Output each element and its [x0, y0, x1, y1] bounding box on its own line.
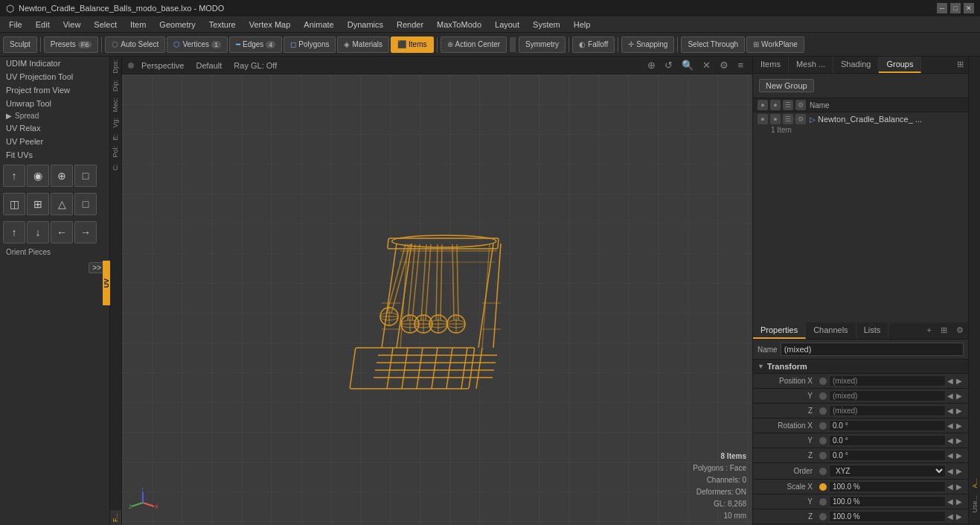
auto-select-button[interactable]: ⬡ Auto Select	[105, 36, 165, 53]
sculpt-button[interactable]: Sculpt	[3, 36, 37, 53]
tab-channels[interactable]: Channels	[806, 322, 856, 339]
menu-view[interactable]: View	[57, 19, 87, 31]
rstrip-tab-use[interactable]: Use...	[970, 492, 980, 516]
viewport-icon-select[interactable]: ⊕	[644, 60, 659, 71]
action-center-button[interactable]: ⊕ Action Center	[441, 36, 507, 53]
scale-y-input[interactable]	[829, 496, 946, 507]
tool-icon-2[interactable]: ◉	[27, 165, 49, 187]
rotation-y-input[interactable]	[829, 435, 946, 446]
menu-render[interactable]: Render	[391, 19, 429, 31]
spread-section[interactable]: ▶ Spread	[0, 110, 109, 121]
vtab-dps[interactable]: Dps:	[110, 57, 121, 77]
order-select[interactable]: XYZ	[829, 465, 946, 477]
position-z-input[interactable]	[829, 405, 946, 416]
position-x-dot[interactable]	[819, 378, 827, 385]
udim-indicator[interactable]: UDIM Indicator	[0, 57, 109, 70]
falloff-button[interactable]: ◐ Falloff	[572, 36, 615, 53]
item-render-icon[interactable]: ●	[770, 114, 781, 124]
menu-maxtomodo[interactable]: MaxToModo	[431, 19, 487, 31]
scale-z-right-arrow[interactable]: ▶	[955, 512, 964, 521]
rotation-z-right-arrow[interactable]: ▶	[955, 451, 964, 459]
icon-lock[interactable]: ☰	[783, 100, 793, 110]
item-visible-icon[interactable]: ●	[758, 114, 768, 124]
position-y-input[interactable]	[829, 390, 946, 401]
viewport-icon-zoom[interactable]: 🔍	[679, 60, 696, 71]
transform-section[interactable]: ▼ Transform	[753, 359, 968, 374]
viewport-icon-close[interactable]: ✕	[699, 60, 714, 71]
project-from-view[interactable]: Project from View	[0, 83, 109, 97]
icon-render[interactable]: ●	[770, 100, 781, 110]
tool-icon-9[interactable]: ↑	[3, 221, 25, 244]
icon-settings[interactable]: ⚙	[795, 100, 806, 110]
menu-geometry[interactable]: Geometry	[153, 19, 201, 31]
symmetry-button[interactable]: Symmetry	[519, 36, 566, 53]
menu-help[interactable]: Help	[568, 19, 597, 31]
rotation-y-left-arrow[interactable]: ◀	[946, 436, 955, 445]
rotation-x-right-arrow[interactable]: ▶	[955, 421, 964, 430]
order-right-arrow[interactable]: ▶	[955, 467, 964, 475]
scale-z-input[interactable]	[829, 511, 946, 522]
viewport-canvas[interactable]: 8 Items Polygons : Face Channels: 0 Defo…	[122, 74, 752, 525]
scale-z-dot[interactable]	[819, 513, 827, 521]
add-tab-button[interactable]: +	[923, 322, 936, 339]
items-button[interactable]: ⬛ Items	[391, 36, 433, 53]
fit-uvs[interactable]: Fit UVs	[0, 148, 109, 162]
menu-item[interactable]: Item	[124, 19, 152, 31]
item-lock-icon[interactable]: ☰	[783, 114, 793, 124]
settings-props-icon[interactable]: ⚙	[952, 322, 968, 339]
viewport-icon-settings[interactable]: ⚙	[717, 60, 731, 71]
menu-file[interactable]: File	[3, 19, 28, 31]
select-through-button[interactable]: Select Through	[681, 36, 745, 53]
vtab-dip[interactable]: Dip:	[110, 77, 121, 95]
menu-vertex-map[interactable]: Vertex Map	[243, 19, 297, 31]
uv-peeler[interactable]: UV Peeler	[0, 135, 109, 148]
scale-x-dot[interactable]	[819, 483, 827, 491]
edges-button[interactable]: ━ Edges 4	[229, 36, 282, 53]
menu-texture[interactable]: Texture	[203, 19, 242, 31]
viewport-icon-menu[interactable]: ≡	[734, 60, 746, 71]
position-x-input[interactable]	[829, 375, 946, 386]
perspective-label[interactable]: Perspective	[137, 60, 188, 71]
vtab-c[interactable]: C:	[110, 161, 121, 174]
scale-x-right-arrow[interactable]: ▶	[955, 483, 964, 491]
rotation-y-right-arrow[interactable]: ▶	[955, 436, 964, 445]
polygons-button[interactable]: ◻ Polygons	[284, 36, 336, 53]
tool-icon-10[interactable]: ↓	[27, 221, 49, 244]
ray-gl-label[interactable]: Ray GL: Off	[229, 60, 281, 71]
position-x-right-arrow[interactable]: ▶	[955, 377, 964, 385]
menu-select[interactable]: Select	[88, 19, 123, 31]
menu-edit[interactable]: Edit	[30, 19, 56, 31]
position-y-left-arrow[interactable]: ◀	[946, 392, 955, 400]
tab-items[interactable]: Items	[753, 57, 789, 73]
scale-y-right-arrow[interactable]: ▶	[955, 497, 964, 506]
rotation-y-dot[interactable]	[819, 437, 827, 445]
menu-animate[interactable]: Animate	[298, 19, 339, 31]
uv-relax[interactable]: UV Relax	[0, 121, 109, 135]
tab-groups[interactable]: Groups	[879, 57, 921, 73]
default-label[interactable]: Default	[191, 60, 226, 71]
tool-icon-8[interactable]: □	[74, 193, 97, 215]
tool-icon-1[interactable]: ↑	[3, 165, 25, 187]
menu-layout[interactable]: Layout	[489, 19, 525, 31]
tool-icon-5[interactable]: ◫	[3, 193, 25, 215]
minimize-button[interactable]: ─	[937, 3, 947, 13]
tool-icon-7[interactable]: △	[51, 193, 73, 215]
scale-y-left-arrow[interactable]: ◀	[946, 497, 955, 506]
position-y-dot[interactable]	[819, 392, 827, 400]
menu-dynamics[interactable]: Dynamics	[342, 19, 389, 31]
expand-right-icon[interactable]: ⊞	[952, 57, 968, 73]
rotation-z-input[interactable]	[829, 450, 946, 461]
icon-visible[interactable]: ●	[758, 100, 768, 110]
tab-lists[interactable]: Lists	[856, 322, 889, 339]
vtab-e[interactable]: E:	[110, 131, 121, 144]
tool-icon-12[interactable]: →	[74, 221, 97, 244]
rotation-z-dot[interactable]	[819, 452, 827, 459]
order-dot[interactable]	[819, 468, 827, 475]
rotation-z-left-arrow[interactable]: ◀	[946, 451, 955, 459]
scale-x-input[interactable]	[829, 481, 946, 492]
tab-shading[interactable]: Shading	[833, 57, 879, 73]
expand-props-icon[interactable]: ⊞	[936, 322, 952, 339]
position-y-right-arrow[interactable]: ▶	[955, 392, 964, 400]
position-z-right-arrow[interactable]: ▶	[955, 407, 964, 415]
item-settings-icon[interactable]: ⚙	[795, 114, 806, 124]
